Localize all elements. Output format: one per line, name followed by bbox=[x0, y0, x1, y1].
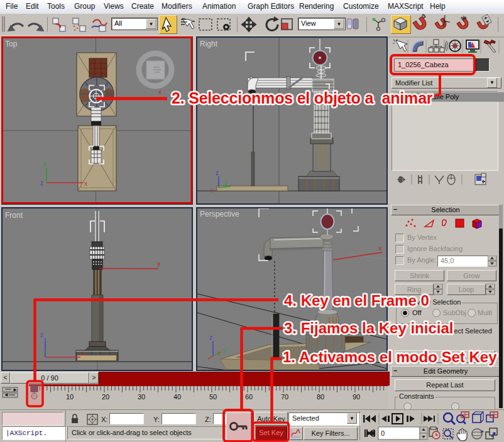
svg-text:y: y bbox=[43, 160, 47, 167]
svg-text:z: z bbox=[216, 170, 219, 176]
svg-text:0: 0 bbox=[381, 429, 385, 437]
svg-text:y: y bbox=[223, 347, 226, 354]
svg-text:Top: Top bbox=[5, 40, 18, 48]
svg-text:Right: Right bbox=[200, 40, 218, 48]
svg-text:x: x bbox=[211, 187, 214, 194]
svg-text:x: x bbox=[82, 350, 85, 357]
svg-text:z: z bbox=[40, 332, 43, 338]
svg-text:z: z bbox=[209, 334, 212, 341]
svg-text:x: x bbox=[84, 180, 87, 187]
svg-text:z: z bbox=[40, 180, 43, 186]
svg-text:y: y bbox=[224, 180, 227, 186]
svg-text:x: x bbox=[158, 89, 162, 95]
svg-text:x: x bbox=[378, 244, 382, 252]
svg-text:Perspective: Perspective bbox=[200, 210, 239, 218]
svg-text:x: x bbox=[157, 260, 161, 267]
svg-text:y: y bbox=[43, 349, 46, 356]
svg-text:Front: Front bbox=[5, 211, 23, 220]
